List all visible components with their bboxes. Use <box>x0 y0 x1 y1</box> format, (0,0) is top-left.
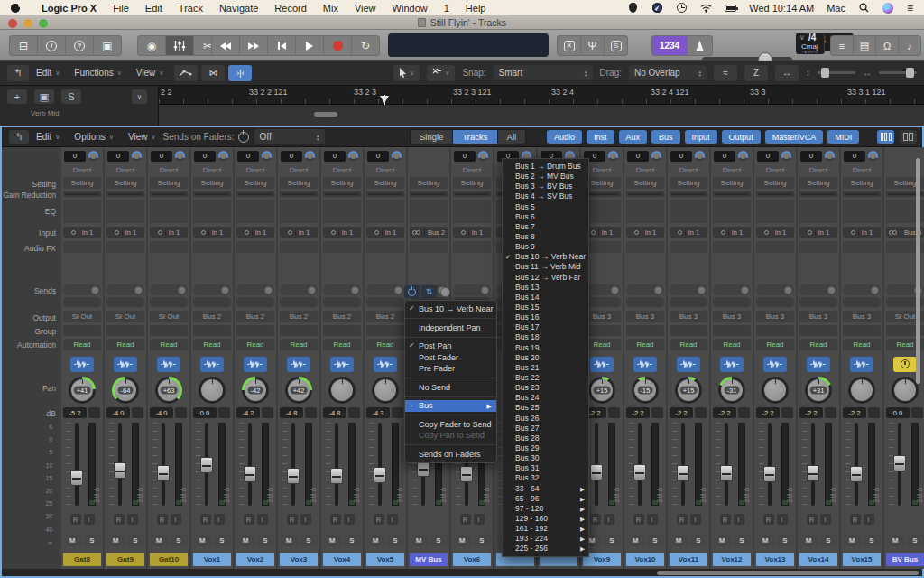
input-slot[interactable]: In 1 <box>843 227 881 238</box>
smart-controls-icon[interactable]: ◉ <box>138 36 165 55</box>
fader-track[interactable] <box>248 423 252 506</box>
record-enable-button[interactable]: R <box>374 514 384 525</box>
send-slot-2[interactable] <box>150 297 188 307</box>
solo-button[interactable]: S <box>387 534 404 546</box>
send-level-knob[interactable] <box>440 287 450 297</box>
filter-bus[interactable]: Bus <box>651 130 680 144</box>
track-icon[interactable] <box>677 357 700 372</box>
mute-button[interactable]: M <box>151 534 168 546</box>
channel-setting-button[interactable]: Setting <box>670 177 707 189</box>
fader-cap[interactable] <box>244 466 256 482</box>
fader-cap[interactable] <box>157 465 170 481</box>
solo-button[interactable]: S <box>734 534 751 546</box>
submenu-item-bus-15[interactable]: Bus 15 <box>503 303 588 312</box>
output-button[interactable]: Bus 2 <box>236 311 274 322</box>
mixer-options-menu[interactable]: Options∨ <box>67 129 121 145</box>
menubar-clock[interactable]: Wed 10:14 AM <box>749 3 814 14</box>
fader-cap[interactable] <box>763 466 776 482</box>
eq-slot[interactable] <box>150 200 188 223</box>
apple-menu-icon[interactable] <box>11 3 21 13</box>
mixer-icon[interactable] <box>166 36 193 55</box>
fader-cap[interactable] <box>807 465 819 481</box>
gain-value[interactable]: 0 <box>454 151 476 162</box>
fader-track[interactable] <box>162 423 165 506</box>
gain-value[interactable]: 0 <box>627 151 649 162</box>
submenu-range-225-256[interactable]: 225 - 256▶ <box>503 544 588 554</box>
track-icon[interactable] <box>70 357 94 372</box>
mixer-edit-menu[interactable]: Edit∨ <box>29 129 67 145</box>
solo-button[interactable]: S <box>907 534 924 546</box>
menu-item-copy-fader-to-send[interactable]: Copy Fader to Send <box>405 419 496 431</box>
mute-button[interactable]: M <box>844 534 861 546</box>
send-slot-2[interactable] <box>193 297 231 307</box>
send-slot-1[interactable] <box>756 284 794 295</box>
menubar-item-file[interactable]: File <box>105 3 137 14</box>
input-monitor-button[interactable]: I <box>474 514 485 525</box>
cycle-button[interactable]: ↻ <box>352 36 379 55</box>
submenu-item-bus-20[interactable]: Bus 20 <box>503 353 588 363</box>
submenu-range-33-64[interactable]: 33 - 64▶ <box>503 484 588 494</box>
gain-knob-icon[interactable] <box>608 151 618 161</box>
inspector-icon[interactable]: i <box>38 36 65 55</box>
mute-button[interactable]: M <box>281 534 298 546</box>
fader-track[interactable] <box>638 423 642 506</box>
window-titlebar[interactable]: Still Flyin' - Tracks <box>0 15 924 30</box>
audio-fx-slot[interactable] <box>193 241 231 253</box>
input-slot[interactable]: In 1 <box>713 227 751 238</box>
mute-button[interactable]: M <box>367 534 384 546</box>
fader-track[interactable] <box>291 423 295 506</box>
menubar-item-edit[interactable]: Edit <box>137 3 171 14</box>
output-button[interactable]: Bus 2 <box>366 311 404 322</box>
submenu-item-bus-28[interactable]: Bus 28 <box>503 434 588 443</box>
view-mode-all[interactable]: All <box>498 130 526 144</box>
automation-mode-button[interactable]: Read <box>626 339 664 350</box>
gain-value[interactable]: 0 <box>151 151 172 162</box>
fader-track[interactable] <box>378 423 382 506</box>
pan-knob[interactable]: -15 <box>632 377 659 404</box>
solo-button[interactable]: S <box>127 534 144 546</box>
solo-button[interactable]: S <box>864 534 881 546</box>
fader-cap[interactable] <box>330 468 343 484</box>
vertical-auto-zoom-icon[interactable]: Z <box>744 65 768 81</box>
audio-fx-slot[interactable] <box>713 241 751 253</box>
input-slot[interactable]: In 1 <box>799 227 837 238</box>
snap-select[interactable]: Smart▴▾ <box>494 65 593 80</box>
send-destination-arrows-icon[interactable]: ⇅ <box>421 285 437 298</box>
list-editors-icon[interactable]: ≡ <box>831 36 853 55</box>
gain-knob-icon[interactable] <box>825 151 835 161</box>
tracks-edit-menu[interactable]: Edit∨ <box>29 65 67 81</box>
submenu-item-bus-18[interactable]: Bus 18 <box>503 332 588 342</box>
channel-name-label[interactable]: Gat10 <box>150 553 188 566</box>
send-knob-icon[interactable] <box>784 286 792 294</box>
input-monitor-button[interactable]: I <box>84 514 95 525</box>
pan-knob[interactable] <box>328 377 356 404</box>
menu-item-no-send[interactable]: No Send <box>405 382 496 394</box>
metronome-button[interactable] <box>688 36 712 55</box>
input-monitor-button[interactable]: I <box>820 514 831 525</box>
rewind-button[interactable] <box>212 36 239 55</box>
record-enable-button[interactable]: R <box>677 514 688 525</box>
send-knob-icon[interactable] <box>264 286 273 294</box>
mute-button[interactable]: M <box>714 534 731 546</box>
eq-slot[interactable] <box>799 200 837 223</box>
add-track-button[interactable]: + <box>7 89 27 104</box>
send-knob-icon[interactable] <box>871 286 879 294</box>
solo-button[interactable]: S <box>257 534 274 546</box>
mixer-back-icon[interactable]: ↰ <box>9 130 29 144</box>
tracks-view-menu[interactable]: View∨ <box>129 65 171 81</box>
input-slot[interactable]: In 1 <box>626 227 664 238</box>
automation-mode-button[interactable]: Read <box>366 339 404 350</box>
catch-playhead-icon[interactable]: ›|‹ <box>228 65 252 81</box>
track-icon[interactable] <box>763 357 787 372</box>
input-slot[interactable]: In 1 <box>670 227 707 238</box>
solo-button[interactable]: S <box>171 534 188 546</box>
input-slot[interactable]: In 1 <box>236 227 274 238</box>
input-monitor-button[interactable]: I <box>734 514 744 525</box>
menubar-item-mix[interactable]: Mix <box>315 3 346 14</box>
eq-slot[interactable] <box>626 200 664 223</box>
group-slot[interactable] <box>843 325 881 336</box>
send-knob-icon[interactable] <box>654 286 662 294</box>
track-icon[interactable] <box>720 357 744 372</box>
eq-slot[interactable] <box>713 200 751 223</box>
record-enable-button[interactable]: R <box>720 514 731 525</box>
